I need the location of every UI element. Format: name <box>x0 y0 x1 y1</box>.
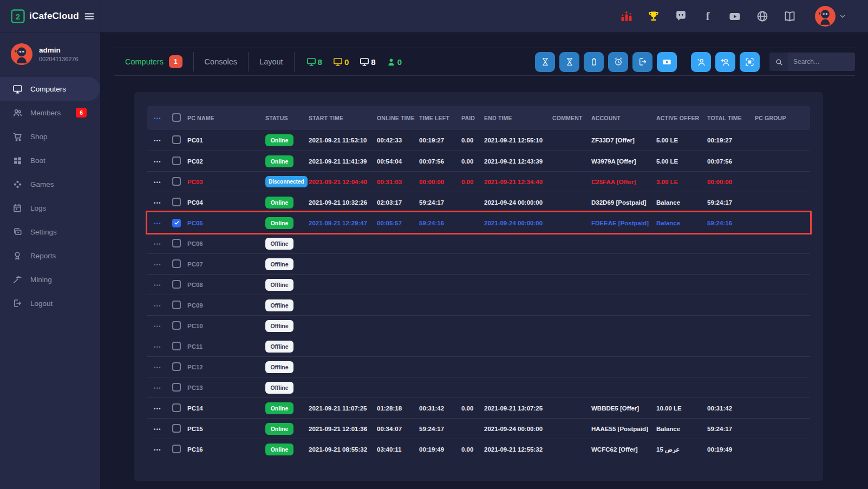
header-actions-button[interactable]: ••• <box>154 116 161 121</box>
online-time: 01:28:18 <box>377 405 419 412</box>
row-checkbox[interactable] <box>172 198 181 206</box>
row-checkbox[interactable] <box>172 424 181 433</box>
sidebar-item-settings[interactable]: Settings <box>0 220 100 244</box>
row-checkbox[interactable] <box>172 259 181 268</box>
total-time: 00:07:56 <box>707 158 755 165</box>
total-time: 00:31:42 <box>707 405 755 412</box>
monitor-icon <box>12 84 23 94</box>
tab-consoles[interactable]: Consoles <box>194 57 248 66</box>
table-row: •••PC03Disconnected2021-09-21 12:04:4000… <box>147 171 810 192</box>
time-left: 00:19:49 <box>419 446 461 453</box>
row-checkbox[interactable] <box>172 135 181 144</box>
status-badge: Offline <box>265 258 293 270</box>
row-actions-button[interactable]: ••• <box>154 159 161 165</box>
youtube-icon[interactable] <box>728 10 742 23</box>
tab-computers[interactable]: Computers 1 <box>114 55 193 68</box>
sidebar-item-logout[interactable]: Logout <box>0 291 100 315</box>
facebook-icon[interactable]: f <box>702 10 714 23</box>
cash-button[interactable] <box>657 52 677 72</box>
svg-text:2: 2 <box>16 12 20 21</box>
row-actions-button[interactable]: ••• <box>154 303 161 309</box>
row-actions-button[interactable]: ••• <box>154 138 161 144</box>
hourglass-button[interactable] <box>535 52 555 72</box>
row-actions-button[interactable]: ••• <box>154 365 161 370</box>
sidebar-item-reports[interactable]: Reports <box>0 244 100 268</box>
counter-value: 0 <box>344 57 349 67</box>
sidebar: admin 002041136276 Computers Members 6 S… <box>0 32 100 489</box>
row-checkbox[interactable] <box>172 280 181 289</box>
total-time: 00:19:27 <box>707 137 755 144</box>
row-checkbox[interactable] <box>172 321 181 330</box>
search-input[interactable] <box>788 58 855 66</box>
row-checkbox[interactable] <box>172 219 181 227</box>
start-time: 2021-09-21 11:07:25 <box>309 405 377 412</box>
row-actions-button[interactable]: ••• <box>154 324 161 329</box>
row-checkbox[interactable] <box>172 239 181 247</box>
row-checkbox[interactable] <box>172 157 181 165</box>
sidebar-item-shop[interactable]: Shop <box>0 125 100 148</box>
sidebar-item-mining[interactable]: Mining <box>0 268 100 291</box>
menu-toggle-button[interactable] <box>83 10 95 22</box>
discord-icon[interactable] <box>674 9 688 23</box>
logout-icon <box>12 298 23 308</box>
sidebar-item-computers[interactable]: Computers <box>0 77 100 101</box>
sidebar-item-boot[interactable]: Boot <box>0 148 100 172</box>
hourglass-refund-button[interactable] <box>559 52 579 72</box>
sidebar-item-members[interactable]: Members 6 <box>0 101 100 125</box>
account: ZF33D7 [Offer] <box>591 137 656 144</box>
trophy-icon[interactable] <box>647 10 660 23</box>
sidebar-item-games[interactable]: Games <box>0 172 100 196</box>
table-row: •••PC02Online2021-09-21 11:41:3900:54:04… <box>147 151 810 171</box>
row-actions-button[interactable]: ••• <box>154 447 161 453</box>
row-checkbox[interactable] <box>172 445 181 453</box>
row-checkbox[interactable] <box>172 342 181 350</box>
row-actions-button[interactable]: ••• <box>154 262 161 268</box>
row-actions-button[interactable]: ••• <box>154 386 161 391</box>
battery-button[interactable] <box>584 52 604 72</box>
alarm-button[interactable] <box>608 52 628 72</box>
pc-name: PC09 <box>187 302 265 309</box>
column-header: COMMENT <box>552 115 591 121</box>
ranking-icon[interactable] <box>620 10 633 23</box>
view-tabs: Computers 1 Consoles Layout 8 0 8 0 <box>114 48 402 75</box>
row-actions-button[interactable]: ••• <box>154 200 161 206</box>
table-row: •••PC04Online2021-09-21 10:32:2602:03:17… <box>147 192 810 212</box>
row-checkbox[interactable] <box>172 383 181 392</box>
row-checkbox[interactable] <box>172 403 181 412</box>
select-all-checkbox[interactable] <box>172 113 181 122</box>
row-actions-button[interactable]: ••• <box>154 406 161 412</box>
status-badge: Online <box>265 134 293 146</box>
add-member-plus-button[interactable] <box>715 52 735 72</box>
screenshot-button[interactable] <box>740 52 760 72</box>
windows-icon <box>12 156 23 165</box>
paid: 0.00 <box>461 405 484 412</box>
add-member-star-button[interactable] <box>691 52 711 72</box>
pc-name: PC08 <box>187 282 265 288</box>
row-actions-button[interactable]: ••• <box>154 180 161 185</box>
sidebar-item-logs[interactable]: Logs <box>0 196 100 220</box>
row-actions-button[interactable]: ••• <box>154 221 161 226</box>
row-actions-button[interactable]: ••• <box>154 283 161 288</box>
online-time: 00:34:07 <box>377 426 419 432</box>
account-menu[interactable] <box>815 6 846 27</box>
status-badge: Online <box>265 423 293 435</box>
row-actions-button[interactable]: ••• <box>154 344 161 350</box>
online-time: 00:42:33 <box>377 137 419 144</box>
docs-icon[interactable] <box>783 10 797 23</box>
time-left: 00:19:27 <box>419 137 461 144</box>
row-checkbox[interactable] <box>172 301 181 309</box>
row-actions-button[interactable]: ••• <box>154 242 161 247</box>
table-row: •••PC16Online2021-09-21 08:55:3203:40:11… <box>147 439 810 459</box>
status-badge: Online <box>265 444 293 455</box>
end-time: 2021-09-21 12:55:32 <box>484 446 552 453</box>
tab-layout[interactable]: Layout <box>249 57 294 66</box>
globe-icon[interactable] <box>756 10 769 23</box>
paid: 0.00 <box>461 158 484 165</box>
row-checkbox[interactable] <box>172 177 181 186</box>
pc-name: PC05 <box>187 220 265 226</box>
sign-out-button[interactable] <box>632 52 652 72</box>
account: HAAE55 [Postpaid] <box>591 426 656 432</box>
row-actions-button[interactable]: ••• <box>154 427 161 432</box>
total-time: 59:24:16 <box>707 220 755 226</box>
row-checkbox[interactable] <box>172 362 181 371</box>
